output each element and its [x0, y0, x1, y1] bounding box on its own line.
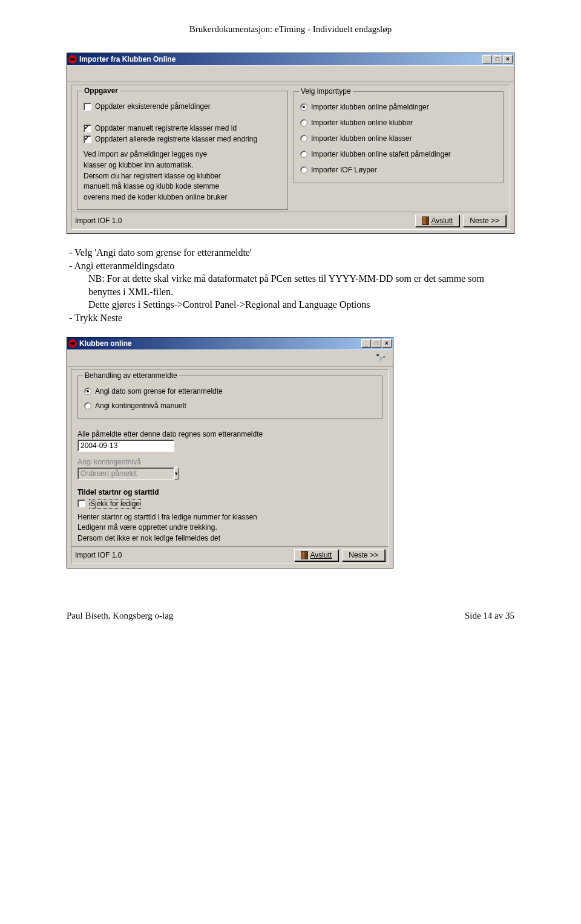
radio-angi-dato[interactable]: Angi dato som grense for etteranmeldte	[84, 387, 376, 395]
dropdown-arrow-icon	[174, 467, 179, 480]
kontingent-select	[77, 467, 174, 480]
document-header: Brukerdokumentasjon: eTiming - Individue…	[67, 24, 514, 34]
window-title: Klubben online	[79, 339, 132, 348]
klubben-window: Klubben online _ □ × 🔭 Behandling av ett…	[67, 337, 393, 568]
footer-page: Side 14 av 35	[465, 611, 514, 621]
neste-button[interactable]: Neste >>	[342, 549, 385, 561]
radio-icon	[300, 166, 307, 174]
radio-icon	[300, 103, 307, 111]
status-text: Import IOF 1.0	[75, 216, 122, 225]
checkbox-oppdater-klasser-id[interactable]: Oppdater manuelt registrerte klasser med…	[84, 124, 281, 132]
neste-button[interactable]: Neste >>	[463, 215, 506, 227]
minimize-button[interactable]: _	[482, 55, 492, 63]
checkbox-icon	[84, 135, 91, 143]
app-icon	[68, 339, 77, 348]
importtype-legend: Velg importtype	[299, 87, 353, 96]
radio-iof-loyper[interactable]: Importer IOF Løyper	[300, 166, 497, 174]
info-text: Ved import av påmeldinger legges nye kla…	[84, 149, 281, 203]
etteranmeldte-group: Behandling av etteranmeldte Angi dato so…	[77, 376, 382, 419]
binoculars-icon[interactable]: 🔭	[373, 353, 388, 363]
titlebar: Importer fra Klubben Online _ □ ×	[67, 53, 514, 65]
kontingent-label: Angi kontingentnivå	[77, 458, 382, 466]
checkbox-oppdater-pameldinger[interactable]: Oppdater eksisterende påmeldinger	[84, 102, 281, 111]
avslutt-button[interactable]: Avslutt	[294, 549, 339, 561]
radio-icon	[300, 135, 307, 142]
avslutt-button[interactable]: Avslutt	[415, 215, 460, 227]
exit-icon	[422, 216, 429, 225]
importtype-group: Velg importtype Importer klubben online …	[294, 91, 504, 183]
radio-icon	[300, 119, 307, 126]
footer-author: Paul Biseth, Kongsberg o-lag	[67, 611, 173, 621]
toolbar	[67, 65, 514, 82]
close-button[interactable]: ×	[503, 55, 513, 63]
window-title: Importer fra Klubben Online	[79, 55, 176, 63]
oppgaver-legend: Oppgaver	[82, 86, 120, 95]
radio-icon	[84, 388, 91, 395]
checkbox-icon	[77, 499, 85, 507]
oppgaver-group: Oppgaver Oppdater eksisterende påmelding…	[77, 91, 287, 209]
body-instructions: Velg 'Angi dato som grense for etteranme…	[67, 246, 514, 325]
date-input[interactable]	[77, 440, 174, 452]
kontingent-value	[77, 467, 174, 480]
checkbox-oppdater-klasser-endring[interactable]: Oppdatert allerede registrerte klasser m…	[84, 135, 281, 143]
import-window: Importer fra Klubben Online _ □ × Oppgav…	[67, 53, 514, 234]
checkbox-icon	[84, 125, 91, 132]
titlebar: Klubben online _ □ ×	[67, 337, 393, 350]
etter-legend: Behandling av etteranmeldte	[83, 371, 179, 380]
tildel-info: Henter startnr og starttid i fra ledige …	[77, 512, 382, 544]
app-icon	[68, 55, 77, 63]
radio-kontingent-manuelt[interactable]: Angi kontingentnivå manuelt	[84, 402, 376, 410]
exit-icon	[301, 551, 308, 559]
radio-klubber[interactable]: Importer klubben online klubber	[300, 119, 497, 127]
radio-icon	[84, 402, 91, 409]
maximize-button[interactable]: □	[372, 339, 381, 348]
toolbar: 🔭	[67, 350, 393, 366]
checkbox-icon	[84, 103, 91, 111]
radio-klasser[interactable]: Importer klubben online klasser	[300, 134, 497, 143]
radio-stafett[interactable]: Importer klubben online stafett påmeldin…	[300, 150, 497, 158]
tildel-legend: Tildel startnr og starttid	[77, 488, 382, 496]
close-button[interactable]: ×	[382, 339, 392, 348]
date-label: Alle påmeldte etter denne dato regnes so…	[77, 430, 382, 438]
page-footer: Paul Biseth, Kongsberg o-lag Side 14 av …	[67, 611, 514, 621]
minimize-button[interactable]: _	[361, 339, 371, 348]
maximize-button[interactable]: □	[493, 55, 502, 63]
checkbox-sjekk-ledige[interactable]: Sjekk for ledige	[77, 499, 382, 509]
radio-icon	[300, 151, 307, 158]
radio-pameldinger[interactable]: Importer klubben online påmeldinger	[300, 103, 497, 111]
status-text: Import IOF 1.0	[75, 551, 122, 559]
